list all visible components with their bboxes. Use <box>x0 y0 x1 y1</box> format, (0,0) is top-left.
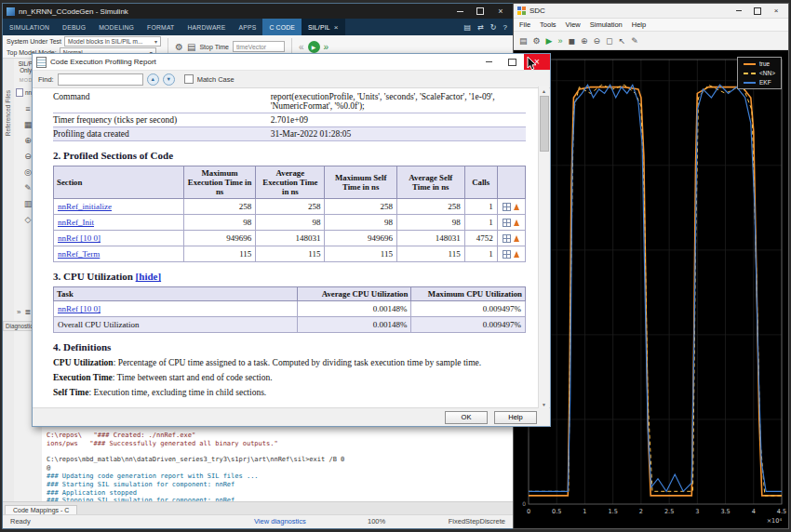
close-tab-icon[interactable]: × <box>334 23 339 32</box>
signal-chart: 00.511.522.533.544.500.20.40.60.81×10⁴ <box>514 50 788 528</box>
svg-text:3: 3 <box>695 508 699 515</box>
tab-debug[interactable]: DEBUG <box>56 19 92 35</box>
settings-gear-icon[interactable]: ⚙ <box>175 42 183 52</box>
scope-toolbar: ▤⚙▶»◼⊕⊖◻↖✎ <box>514 32 788 50</box>
profile-chart-icon[interactable] <box>503 219 511 227</box>
match-case-checkbox[interactable] <box>184 74 194 84</box>
zoom-out-icon[interactable]: ⊖ <box>24 152 32 161</box>
find-next-button[interactable]: ▼ <box>163 73 175 86</box>
scroll-down-icon[interactable]: ▼ <box>542 400 546 408</box>
tab-modeling[interactable]: MODELING <box>92 19 141 35</box>
tab-hardware[interactable]: HARDWARE <box>181 19 232 35</box>
fit-to-view-icon[interactable]: ◻ <box>606 36 612 46</box>
dialog-minimize-button[interactable] <box>477 54 501 70</box>
expand-icon[interactable]: » <box>17 308 20 316</box>
tab-apps[interactable]: APPS <box>232 19 262 35</box>
section-link[interactable]: nnRef_Term <box>58 249 100 259</box>
panel-grid-icon[interactable]: ▤ <box>464 23 472 32</box>
menu-help[interactable]: Help <box>632 20 646 29</box>
play-button[interactable]: ▶ <box>546 36 553 46</box>
measurements-icon[interactable]: ✎ <box>631 36 638 46</box>
scope-plot[interactable]: true, EKF 00.511.522.533.544.500.20.40.6… <box>514 50 788 528</box>
cell-value: 148031 <box>396 231 464 246</box>
scroll-up-icon[interactable]: ▲ <box>542 86 546 95</box>
list-icon[interactable]: ≣ <box>24 308 31 316</box>
report-scrollbar[interactable]: ▲ ▼ <box>538 86 549 408</box>
console-line <box>47 448 344 457</box>
highlight-code-icon[interactable] <box>514 204 519 210</box>
annotation-icon[interactable]: ✎ <box>24 183 32 193</box>
compare-icon[interactable]: ⇄ <box>477 23 484 32</box>
help-button[interactable]: Help <box>494 411 537 424</box>
cell-value: 1 <box>464 215 497 231</box>
library-browser-icon[interactable]: ▦ <box>24 120 33 129</box>
tab-c-code[interactable]: C CODE <box>262 19 302 35</box>
refresh-icon[interactable]: ↻ <box>490 23 497 32</box>
layers-icon[interactable]: ▥ <box>24 199 33 208</box>
console-line: ions/pws "### Successfully generated all… <box>47 440 344 448</box>
task-link[interactable]: nnRef [10 0] <box>58 304 101 313</box>
scrollbar-thumb[interactable] <box>540 96 549 152</box>
zoom-out-icon[interactable]: ⊖ <box>594 36 601 46</box>
code-mappings-tab[interactable]: Code Mappings - C <box>5 505 77 514</box>
scope-minimize-button[interactable] <box>731 5 747 17</box>
section-link[interactable]: nnRef_Init <box>58 218 94 227</box>
find-previous-button[interactable]: ▲ <box>147 73 159 86</box>
profile-chart-icon[interactable] <box>503 203 511 211</box>
zoom-in-icon[interactable]: ⊕ <box>24 136 32 145</box>
cursor-icon[interactable]: ↖ <box>619 36 626 46</box>
maximize-button[interactable] <box>470 5 490 18</box>
tab-sil-pil[interactable]: SIL/PIL× <box>302 19 345 35</box>
cell-value: 4752 <box>464 231 497 246</box>
highlight-code-icon[interactable] <box>514 251 519 258</box>
cell-value: 258 <box>325 199 397 215</box>
profile-chart-icon[interactable] <box>503 250 511 259</box>
svg-text:1.5: 1.5 <box>608 508 617 515</box>
settings-gear-icon[interactable]: ⚙ <box>533 36 541 46</box>
section-row: nnRef_initialize2582582582581 <box>54 199 526 215</box>
scope-title: SDC <box>530 7 545 15</box>
find-input[interactable] <box>58 73 143 86</box>
scope-close-button[interactable]: × <box>768 5 784 17</box>
stop-time-input[interactable]: timeVector <box>233 41 285 52</box>
profile-chart-icon[interactable] <box>503 234 511 243</box>
step-back-button[interactable]: « <box>299 42 304 52</box>
view-diagnostics-link[interactable]: View diagnostics <box>254 517 306 525</box>
fit-view-icon[interactable]: ◎ <box>24 167 32 177</box>
mouse-cursor <box>527 56 538 72</box>
print-icon[interactable]: ▤ <box>519 36 528 46</box>
zoom-in-icon[interactable]: ⊕ <box>581 36 588 46</box>
menu-icon[interactable]: ≡ <box>25 104 30 113</box>
menu-simulation[interactable]: Simulation <box>590 20 623 29</box>
highlight-code-icon[interactable] <box>514 235 519 242</box>
stop-button[interactable]: ◼ <box>569 36 575 46</box>
cell-value: 115 <box>325 246 397 262</box>
tab-format[interactable]: FORMAT <box>141 19 181 35</box>
ok-button[interactable]: OK <box>445 411 488 424</box>
legend-entry: EKF <box>744 79 775 86</box>
minimize-button[interactable] <box>449 5 470 18</box>
menu-tools[interactable]: Tools <box>540 20 556 29</box>
step-forward-button[interactable]: » <box>558 36 563 46</box>
section-link[interactable]: nnRef_initialize <box>58 202 112 211</box>
hide-link[interactable]: [hide] <box>136 271 162 282</box>
tab-simulation[interactable]: SIMULATION <box>3 19 56 35</box>
menu-file[interactable]: File <box>519 20 530 29</box>
help-icon[interactable]: ? <box>503 23 507 32</box>
run-button[interactable]: ▶ <box>308 41 320 53</box>
svg-text:×10⁴: ×10⁴ <box>767 517 783 525</box>
system-under-test-select[interactable]: Model blocks in SIL/PIL m... ▾ <box>64 36 161 47</box>
close-button[interactable]: × <box>490 5 511 18</box>
data-inspector-icon[interactable]: ▤ <box>187 42 195 52</box>
section-link[interactable]: nnRef [10 0] <box>58 233 101 243</box>
menu-view[interactable]: View <box>566 20 581 29</box>
referenced-files-label: Referenced Files <box>5 90 11 136</box>
legend-label: true <box>759 60 770 67</box>
compass-icon[interactable]: ◇ <box>25 215 32 224</box>
step-forward-button[interactable]: » <box>324 42 329 52</box>
dialog-maximize-button[interactable] <box>501 54 524 70</box>
highlight-code-icon[interactable] <box>514 219 519 226</box>
console-text: C:\repos\ "### Created: ./nnRef.exe"ions… <box>47 432 344 501</box>
scope-maximize-button[interactable] <box>749 5 766 17</box>
cell-value: 98 <box>183 215 256 231</box>
